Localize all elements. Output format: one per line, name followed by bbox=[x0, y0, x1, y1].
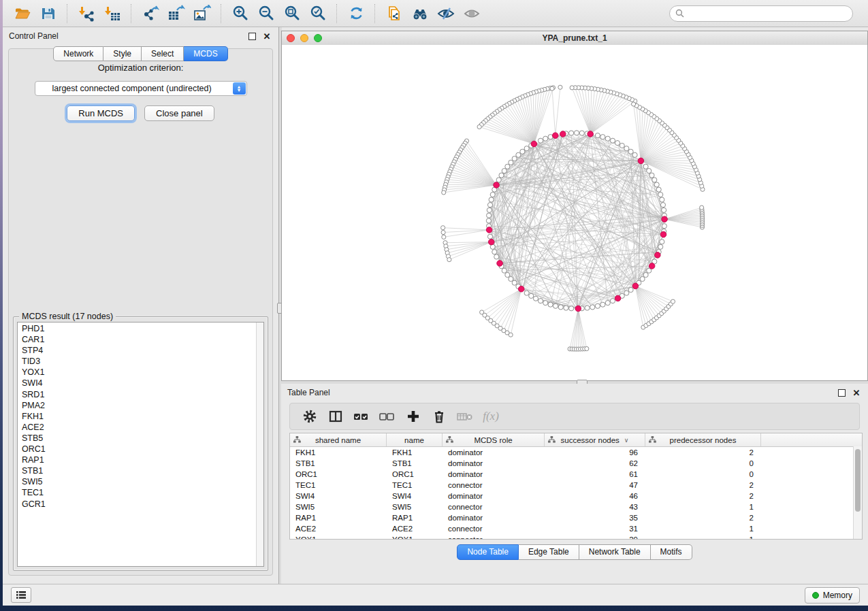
table-row[interactable]: RAP1RAP1dominator352 bbox=[290, 512, 862, 523]
mcds-result-item[interactable]: PMA2 bbox=[22, 400, 263, 411]
zoom-in-icon[interactable] bbox=[230, 3, 251, 24]
show-column-icon[interactable] bbox=[323, 406, 349, 427]
memory-label: Memory bbox=[823, 591, 852, 600]
table-cell: STB1 bbox=[290, 459, 387, 467]
table-panel: Table Panel ✕ bbox=[281, 384, 868, 584]
tab-style[interactable]: Style bbox=[103, 46, 142, 61]
mcds-result-item[interactable]: STB5 bbox=[22, 433, 263, 444]
network-view-titlebar: YPA_prune.txt_1 bbox=[282, 31, 867, 46]
find-icon[interactable] bbox=[410, 3, 430, 24]
table-cell: connector bbox=[443, 535, 545, 540]
tab-node-table[interactable]: Node Table bbox=[457, 544, 519, 560]
column-header-predecessor-nodes[interactable]: predecessor nodes bbox=[645, 433, 761, 446]
network-graph[interactable] bbox=[282, 45, 867, 380]
export-image-icon[interactable] bbox=[192, 3, 212, 24]
mcds-result-item[interactable]: YOX1 bbox=[22, 367, 263, 378]
eye-icon[interactable] bbox=[462, 3, 482, 24]
refresh-icon[interactable] bbox=[346, 3, 366, 24]
mcds-result-item[interactable]: ORC1 bbox=[22, 444, 263, 455]
clone-network-icon[interactable] bbox=[384, 3, 404, 24]
control-panel-title: Control Panel bbox=[9, 31, 59, 41]
scrollbar-thumb[interactable] bbox=[855, 449, 861, 512]
column-header-name[interactable]: name bbox=[387, 433, 443, 446]
memory-status-icon bbox=[812, 592, 819, 599]
mcds-result-item[interactable]: FKH1 bbox=[22, 411, 263, 422]
table-panel-titlebar: Table Panel ✕ bbox=[281, 384, 868, 401]
zoom-selected-icon[interactable] bbox=[308, 3, 328, 24]
toolbar-separator bbox=[336, 4, 338, 23]
table-row[interactable]: STB1STB1dominator620 bbox=[290, 458, 862, 469]
delete-column-icon[interactable] bbox=[426, 406, 452, 427]
column-header-MCDS-role[interactable]: MCDS role bbox=[443, 433, 545, 446]
table-row[interactable]: YOX1YOX1connector291 bbox=[290, 534, 862, 540]
close-panel-icon[interactable]: ✕ bbox=[851, 387, 862, 398]
mcds-result-item[interactable]: ACE2 bbox=[22, 422, 263, 433]
tab-network-table[interactable]: Network Table bbox=[579, 544, 651, 560]
zoom-out-icon[interactable] bbox=[256, 3, 276, 24]
table-scrollbar[interactable] bbox=[853, 446, 862, 539]
search-input[interactable] bbox=[688, 8, 847, 19]
optimization-select[interactable]: largest connected component (undirected)… bbox=[35, 81, 247, 96]
tab-mcds[interactable]: MCDS bbox=[184, 46, 227, 61]
memory-button[interactable]: Memory bbox=[805, 587, 860, 604]
import-network-icon[interactable] bbox=[76, 3, 97, 24]
settings-gear-icon[interactable] bbox=[297, 406, 323, 427]
run-mcds-button[interactable]: Run MCDS bbox=[67, 105, 135, 121]
table-row[interactable]: FKH1FKH1dominator962 bbox=[290, 447, 862, 458]
table-row[interactable]: ORC1ORC1dominator610 bbox=[290, 469, 862, 480]
table-cell: 0 bbox=[645, 459, 761, 467]
table-cell: YOX1 bbox=[387, 535, 443, 540]
network-canvas[interactable] bbox=[282, 45, 867, 380]
save-session-icon[interactable] bbox=[38, 3, 59, 24]
toolbar-separator bbox=[374, 4, 376, 23]
mcds-result-item[interactable]: SRD1 bbox=[22, 389, 263, 400]
float-panel-icon[interactable] bbox=[246, 31, 257, 42]
mcds-result-item[interactable]: SWI5 bbox=[22, 476, 263, 487]
table-cell: ORC1 bbox=[387, 470, 443, 478]
close-panel-icon[interactable]: ✕ bbox=[261, 31, 272, 42]
table-cell: FKH1 bbox=[290, 448, 387, 457]
table-cell: SWI5 bbox=[387, 503, 443, 511]
mcds-result-item[interactable]: PHD1 bbox=[22, 323, 263, 334]
table-panel-title: Table Panel bbox=[287, 388, 330, 397]
add-column-icon[interactable] bbox=[400, 406, 426, 427]
search-box[interactable] bbox=[669, 5, 853, 22]
column-header-shared-name[interactable]: shared name bbox=[290, 433, 387, 446]
mcds-result-item[interactable]: TEC1 bbox=[22, 487, 263, 498]
mcds-list-scrollbar[interactable] bbox=[256, 323, 263, 566]
column-header-successor-nodes[interactable]: successor nodes∨ bbox=[545, 433, 645, 446]
table-row[interactable]: ACE2ACE2connector311 bbox=[290, 523, 862, 534]
table-row[interactable]: SWI5SWI5connector431 bbox=[290, 501, 862, 512]
close-panel-button[interactable]: Close panel bbox=[144, 105, 214, 121]
mcds-result-item[interactable]: RAP1 bbox=[22, 455, 263, 465]
table-cell: 2 bbox=[645, 492, 761, 500]
table-cell: dominator bbox=[443, 448, 545, 457]
table-row[interactable]: TEC1TEC1connector472 bbox=[290, 480, 862, 491]
export-table-icon[interactable] bbox=[166, 3, 187, 24]
import-table-icon[interactable] bbox=[102, 3, 123, 24]
tab-edge-table[interactable]: Edge Table bbox=[519, 544, 579, 560]
table-cell: 1 bbox=[645, 535, 761, 540]
tab-network[interactable]: Network bbox=[53, 46, 103, 61]
export-network-icon[interactable] bbox=[140, 3, 161, 24]
tab-motifs[interactable]: Motifs bbox=[651, 544, 692, 560]
zoom-fit-icon[interactable] bbox=[282, 3, 302, 24]
right-column: YPA_prune.txt_1 Table Panel bbox=[281, 27, 868, 584]
table-cell: 1 bbox=[645, 525, 761, 533]
mcds-result-item[interactable]: STB1 bbox=[22, 465, 263, 476]
open-session-icon[interactable] bbox=[12, 3, 33, 24]
mcds-result-item[interactable]: CAR1 bbox=[22, 334, 263, 345]
unselect-all-icon[interactable] bbox=[374, 406, 400, 427]
table-cell: 43 bbox=[545, 503, 645, 511]
table-row[interactable]: SWI4SWI4dominator462 bbox=[290, 491, 862, 501]
mcds-result-item[interactable]: SWI4 bbox=[22, 378, 263, 389]
float-panel-icon[interactable] bbox=[836, 387, 847, 398]
show-panels-list-icon[interactable] bbox=[11, 587, 31, 603]
tab-select[interactable]: Select bbox=[142, 46, 184, 61]
mcds-result-item[interactable]: STP4 bbox=[22, 345, 263, 356]
mcds-result-list[interactable]: PHD1CAR1STP4TID3YOX1SWI4SRD1PMA2FKH1ACE2… bbox=[17, 322, 264, 567]
mcds-result-item[interactable]: TID3 bbox=[22, 356, 263, 367]
mcds-result-item[interactable]: GCR1 bbox=[22, 499, 263, 510]
select-all-icon[interactable] bbox=[349, 406, 374, 427]
eye-slash-icon[interactable] bbox=[436, 3, 456, 24]
